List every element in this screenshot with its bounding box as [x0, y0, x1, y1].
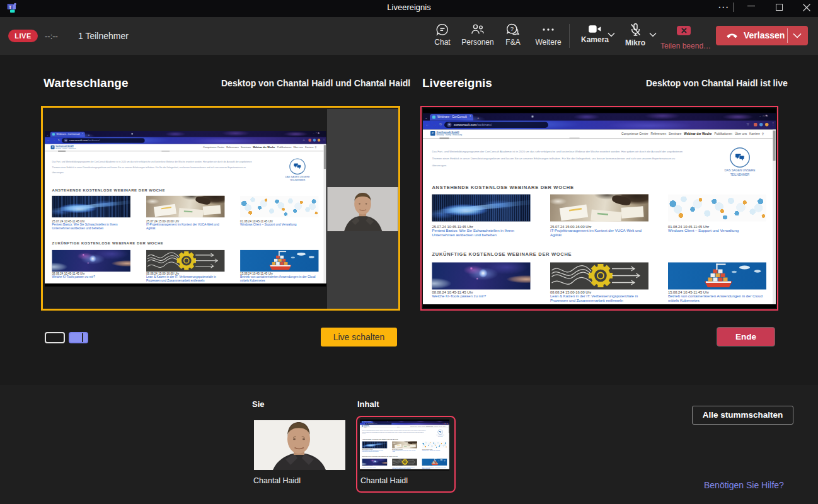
svg-text:T: T: [9, 4, 12, 10]
svg-text:?: ?: [510, 25, 514, 32]
